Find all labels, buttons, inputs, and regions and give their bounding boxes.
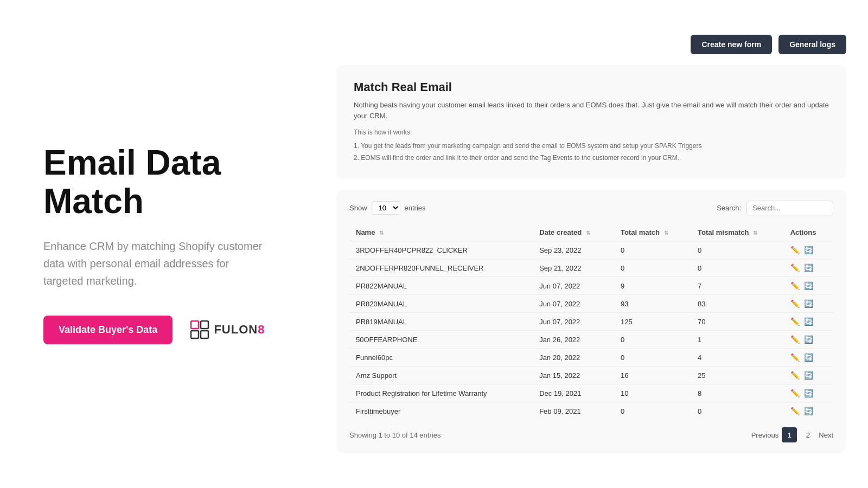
table-row: Funnel60pc Jan 20, 2022 0 4 ✏️ 🔄 [349,349,833,367]
cell-date: Jun 07, 2022 [533,313,614,331]
next-button[interactable]: Next [819,431,833,439]
cell-total-match: 0 [614,349,691,367]
table-header-row: Name ⇅ Date created ⇅ Total match ⇅ Tota… [349,224,833,241]
cell-actions: ✏️ 🔄 [784,277,833,295]
cell-actions: ✏️ 🔄 [784,384,833,402]
info-how-label: This is how it works: [354,129,829,136]
svg-rect-3 [201,331,208,338]
info-title: Match Real Email [354,80,829,94]
col-total-mismatch: Total mismatch ⇅ [691,224,784,241]
table-row: PR822MANUAL Jun 07, 2022 9 7 ✏️ 🔄 [349,277,833,295]
general-logs-button[interactable]: General logs [778,35,846,54]
logo: FULON8 [190,320,265,339]
table-row: PR819MANUAL Jun 07, 2022 125 70 ✏️ 🔄 [349,313,833,331]
show-entries: Show 10 25 50 entries [349,201,426,215]
col-total-match: Total match ⇅ [614,224,691,241]
table-row: Product Registration for Lifetime Warran… [349,384,833,402]
pagination: Previous 1 2 Next [751,427,833,442]
table-row: 50OFFEARPHONE Jan 26, 2022 0 1 ✏️ 🔄 [349,331,833,349]
cell-date: Jun 07, 2022 [533,277,614,295]
cell-actions: ✏️ 🔄 [784,295,833,313]
right-panel: Create new form General logs Match Real … [315,18,868,470]
cell-total-mismatch: 0 [691,259,784,277]
refresh-icon[interactable]: 🔄 [804,407,813,415]
sort-date-icon: ⇅ [586,230,590,236]
search-input[interactable] [746,201,833,215]
edit-icon[interactable]: ✏️ [790,389,800,397]
edit-icon[interactable]: ✏️ [790,246,800,254]
cell-actions: ✏️ 🔄 [784,402,833,420]
edit-icon[interactable]: ✏️ [790,317,800,326]
page-2-button[interactable]: 2 [800,427,815,442]
logo-text: FULON8 [214,323,265,337]
edit-icon[interactable]: ✏️ [790,371,800,380]
cell-name: Amz Support [349,367,533,384]
edit-icon[interactable]: ✏️ [790,264,800,272]
cell-date: Sep 21, 2022 [533,259,614,277]
create-new-form-button[interactable]: Create new form [691,35,772,54]
table-row: PR820MANUAL Jun 07, 2022 93 83 ✏️ 🔄 [349,295,833,313]
cell-total-mismatch: 1 [691,331,784,349]
col-name: Name ⇅ [349,224,533,241]
cell-date: Dec 19, 2021 [533,384,614,402]
sort-match-icon: ⇅ [664,230,668,236]
cell-actions: ✏️ 🔄 [784,349,833,367]
cell-total-match: 10 [614,384,691,402]
cell-total-match: 93 [614,295,691,313]
previous-button[interactable]: Previous [751,431,779,439]
sort-name-icon: ⇅ [379,230,384,236]
edit-icon[interactable]: ✏️ [790,353,800,362]
data-table: Name ⇅ Date created ⇅ Total match ⇅ Tota… [349,224,833,420]
cell-total-match: 0 [614,402,691,420]
entries-select[interactable]: 10 25 50 [372,201,400,215]
cell-total-mismatch: 8 [691,384,784,402]
top-buttons: Create new form General logs [336,35,846,54]
info-desc: Nothing beats having your customer email… [354,100,829,123]
refresh-icon[interactable]: 🔄 [804,299,813,308]
logo-dot: 8 [258,323,265,336]
refresh-icon[interactable]: 🔄 [804,353,813,362]
refresh-icon[interactable]: 🔄 [804,335,813,344]
cell-name: 2NDOFFERPR820FUNNEL_RECEIVER [349,259,533,277]
edit-icon[interactable]: ✏️ [790,299,800,308]
edit-icon[interactable]: ✏️ [790,407,800,415]
validate-button[interactable]: Validate Buyer's Data [43,316,173,344]
cell-total-match: 16 [614,367,691,384]
cell-name: PR820MANUAL [349,295,533,313]
cell-total-match: 9 [614,277,691,295]
col-date: Date created ⇅ [533,224,614,241]
table-row: 2NDOFFERPR820FUNNEL_RECEIVER Sep 21, 202… [349,259,833,277]
cell-total-mismatch: 4 [691,349,784,367]
cell-name: 50OFFEARPHONE [349,331,533,349]
sort-mismatch-icon: ⇅ [753,230,757,236]
cell-total-mismatch: 0 [691,241,784,259]
page-1-button[interactable]: 1 [782,427,797,442]
table-row: Firsttimebuyer Feb 09, 2021 0 0 ✏️ 🔄 [349,402,833,420]
cell-actions: ✏️ 🔄 [784,313,833,331]
hero-title: Email Data Match [43,144,271,220]
cell-actions: ✏️ 🔄 [784,367,833,384]
cell-total-mismatch: 0 [691,402,784,420]
edit-icon[interactable]: ✏️ [790,281,800,290]
cell-total-mismatch: 7 [691,277,784,295]
table-section: Show 10 25 50 entries Search: Name ⇅ Dat… [336,190,846,453]
edit-icon[interactable]: ✏️ [790,335,800,344]
cell-total-match: 0 [614,259,691,277]
cell-total-mismatch: 70 [691,313,784,331]
refresh-icon[interactable]: 🔄 [804,246,813,254]
col-actions: Actions [784,224,833,241]
hero-subtitle: Enhance CRM by matching Shopify customer… [43,237,271,290]
refresh-icon[interactable]: 🔄 [804,389,813,397]
entries-label: entries [405,204,426,212]
svg-rect-0 [191,321,199,329]
svg-rect-2 [201,321,208,329]
cell-name: Firsttimebuyer [349,402,533,420]
search-label: Search: [717,204,741,212]
refresh-icon[interactable]: 🔄 [804,317,813,326]
refresh-icon[interactable]: 🔄 [804,281,813,290]
refresh-icon[interactable]: 🔄 [804,264,813,272]
cell-total-match: 125 [614,313,691,331]
refresh-icon[interactable]: 🔄 [804,371,813,380]
cell-name: Product Registration for Lifetime Warran… [349,384,533,402]
info-steps: 1. You get the leads from your marketing… [354,140,829,164]
